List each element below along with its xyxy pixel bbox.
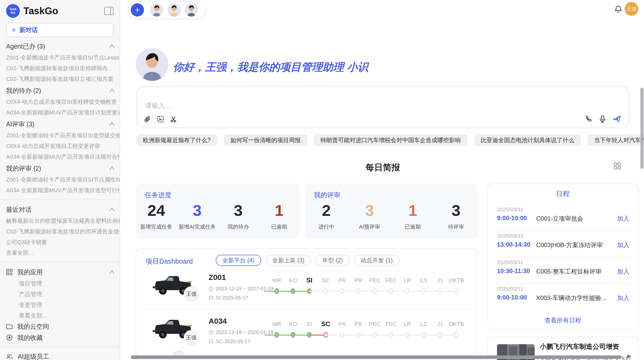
sidebar-task-item[interactable]: Z001-全新燃油轻卡产品开发项目SI造型提交物评审 [0,130,120,141]
microphone-icon[interactable] [599,115,606,123]
suggestion-chip[interactable]: 如何写一份清晰的项目周报 [224,134,307,146]
sidebar-task-item[interactable]: Z001-全新燃油皮卡产品开发项目SI节点Lesson Learn报告 [0,52,120,63]
divider [0,262,120,262]
sidebar-task-item[interactable]: A034-全新新能源MUV产品开发项目造型可行性评审 [0,185,120,196]
stat: 3新增AI完成任务 [177,202,218,230]
milestone-dot-oktb[interactable] [454,288,459,294]
sidebar-section-my-apps[interactable]: 我的应用 ᐱ [0,266,120,278]
sidebar-task-item[interactable]: A034-全新新能源MUV产品开发项目计划变更表编写 [0,107,120,118]
milestone-label-ko: KO [289,277,297,284]
stat-value: 3 [434,202,478,219]
add-agent-button[interactable]: + [131,3,144,17]
scissors-icon[interactable] [170,115,178,123]
schedule-meeting-name: C005-整车工程目标评审 [536,267,602,276]
stat: 3AI预评审 [348,202,391,230]
view-all-schedule-link[interactable]: 查看所有日程 [488,316,638,324]
project-code: A034 [209,317,227,325]
milestone-label-pec: PEC [369,321,380,327]
sidebar-section-header[interactable]: 我的评审 (2)ᐱ [0,162,120,174]
dashboard-tab[interactable]: 全新平台 (4) [216,255,261,266]
recent-chat-item[interactable]: 公司Q3轻卡销量 [0,237,120,248]
news-title: 小鹏飞行汽车制造公司增资 [540,342,619,351]
suggestion-chip[interactable]: 欧洲新规最近颁布了什么? [136,134,217,146]
join-meeting-link[interactable]: 加入 [617,215,629,223]
join-meeting-link[interactable]: 加入 [617,241,629,249]
stat-value: 1 [259,202,300,219]
divider [0,199,120,200]
project-dashboard-card: 项目Dashboard 全新平台 (4)全新上装 (3)年型 (2)动总开发 (… [136,248,478,360]
sidebar-section-recent-chats[interactable]: 最近对话ᐱ [0,203,120,216]
schedule-item: 2025/03/1113:00-14:30C003|H0B-方案冻结评审加入 [488,231,638,257]
notifications-bell-icon[interactable] [614,5,622,13]
dashboard-tab[interactable]: 动总开发 (1) [354,255,400,266]
recent-chat-item[interactable]: 解释最新出台的欧盟报废车法规再生塑料比例被调至15%... [0,216,120,226]
dashboard-tab[interactable]: 年型 (2) [316,255,349,266]
image-icon[interactable] [157,115,164,123]
new-chat-button[interactable]: + 新对话 [6,23,113,37]
project-row-z001[interactable]: 王强Z0012023-12-19 ~ 2027-01-19SI-2025-05-… [136,271,478,311]
app-menu-item[interactable]: 变更管理 [0,299,120,310]
dashboard-tab[interactable]: 全新上装 (3) [266,255,311,266]
milestone-label-pec: PEC [369,277,380,284]
schedule-item: 2025/03/1110:30-11:30C005-整车工程目标评审加入 [488,257,638,284]
join-meeting-link[interactable]: 加入 [617,294,629,302]
milestone-label-lr: LR [404,321,411,327]
sidebar-section-header[interactable]: Agent已办 (3)ᐱ [0,40,120,52]
collapse-sidebar-icon[interactable] [104,7,113,15]
milestone-label-pr: PR [355,277,362,284]
chat-composer[interactable]: 请输入... [136,86,629,128]
sidebar-task-item[interactable]: C0X4-动力总成开发项目SI里程碑提交物检查 [0,97,120,107]
stat: 3待评审 [434,202,478,230]
suggestion-chip[interactable]: 比亚迪全固态电池计划具体说了什么 [474,134,581,146]
stat: 3我的待办 [218,202,259,230]
briefing-layout-icon[interactable] [613,162,621,170]
recent-chat-item[interactable]: C02-飞腾新能源轻客改款项目的闭环通告反馈情况 [0,226,120,237]
schedule-item: 2025/03/119:00-10:00X003-车辆动力学性能验...加入 [488,284,638,310]
sidebar-task-item[interactable]: C02-飞腾新能源轻客改款项目立项汇报方案 [0,74,120,84]
sidebar-task-item[interactable]: C02-飞腾新能源轻客改款项目里程碑画布 [0,63,120,74]
sidebar-task-item[interactable]: A034-全新新能源MUV产品开发项目法规符合性评审 [0,152,120,162]
stat-label: 进行中 [305,223,348,230]
vertical-scrollbar[interactable] [640,87,643,169]
milestone-label-lr: LR [404,277,411,284]
composer-placeholder: 请输入... [145,101,170,110]
stat-label: 待评审 [434,223,478,230]
project-row-a034[interactable]: 王强A0342023-12-19 ~ 2026-01-19SC-2025-05-… [136,315,478,354]
agent-avatar-3[interactable] [185,3,198,17]
sidebar-item-cloud-space[interactable]: 我的云空间 [0,321,120,332]
app-menu-item[interactable]: 产品管理 [0,289,120,299]
sidebar-task-item[interactable]: C0X4-动力总成开发项目工程变更评审 [0,141,120,152]
sidebar-lists: Agent已办 (3)ᐱZ001-全新燃油皮卡产品开发项目SI节点Lesson … [0,38,120,360]
agent-avatar-2[interactable] [167,3,181,17]
milestone-label-si: SI [306,277,313,284]
suggestion-chip[interactable]: 当下年轻人对汽车外观有怎样的喜好趋势 [588,134,644,146]
user-avatar[interactable]: 王强 [625,2,638,16]
project-owner-badge: 王强 [184,287,198,301]
sidebar-item-ai-super-staff[interactable]: AI超级员工 [0,351,120,360]
milestone-dot-oktb[interactable] [454,332,459,338]
join-meeting-link[interactable]: 加入 [617,267,629,276]
suggestion-chip[interactable]: 特朗普可能对进口汽车增税会对中国车企造成哪些影响 [314,134,467,146]
phone-icon[interactable] [585,115,593,123]
recent-chat-item[interactable]: 查看全部... [0,248,120,258]
sidebar-item-favorites[interactable]: 我的收藏 [0,332,120,343]
sidebar-task-item[interactable]: Z001-全新燃油轻卡产品开发项目SI节点属性5D文件评审 [0,174,120,185]
attachment-icon[interactable] [143,115,151,123]
sidebar-section-header[interactable]: 我的待办 (2)ᐱ [0,84,120,97]
horizontal-scrollbar[interactable] [131,355,622,359]
apps-grid-icon [6,269,13,275]
sidebar: Task Go TaskGo + 新对话 Agent已办 (3)ᐱZ001-全新… [0,0,120,360]
send-icon[interactable] [612,115,622,123]
stat: 2进行中 [305,202,348,230]
chevron-up-icon: ᐱ [109,43,114,49]
app-menu-item[interactable]: 项目管理 [0,278,120,289]
app-menu-item[interactable]: 查看全部... [0,310,120,321]
schedule-item: 2025/03/119:00-10:00C001-立项审批会加入 [488,204,638,231]
project-flag-milestone: SI-2025-05-17 [209,295,248,301]
agent-avatar-1[interactable] [150,3,163,17]
chevron-up-icon: ᐱ [109,88,114,93]
sidebar-section-header[interactable]: AI评审 (3)ᐱ [0,118,120,130]
briefing-card-tasks: 任务进度24新增完成任务3新增AI完成任务3我的待办1已逾期 [136,184,300,239]
stat: 24新增完成任务 [136,202,177,230]
scroll-right-arrow-icon[interactable]: ▶ [627,353,631,359]
